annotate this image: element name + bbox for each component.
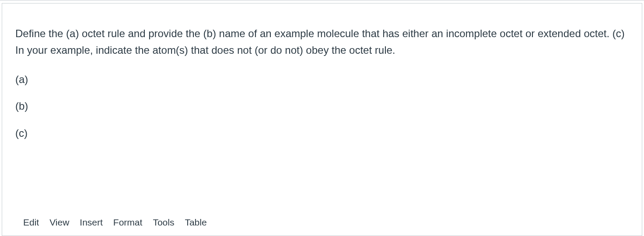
- part-b-label: (b): [15, 99, 629, 114]
- question-box: Define the (a) octet rule and provide th…: [2, 3, 642, 236]
- question-container: Define the (a) octet rule and provide th…: [0, 0, 644, 236]
- menu-format[interactable]: Format: [113, 217, 143, 228]
- editor-menubar: Edit View Insert Format Tools Table: [23, 217, 207, 228]
- menu-tools[interactable]: Tools: [153, 217, 174, 228]
- menu-insert[interactable]: Insert: [80, 217, 103, 228]
- part-c-label: (c): [15, 126, 629, 141]
- menu-table[interactable]: Table: [185, 217, 206, 228]
- part-a-label: (a): [15, 72, 629, 87]
- question-prompt: Define the (a) octet rule and provide th…: [15, 25, 629, 59]
- menu-edit[interactable]: Edit: [23, 217, 39, 228]
- menu-view[interactable]: View: [49, 217, 69, 228]
